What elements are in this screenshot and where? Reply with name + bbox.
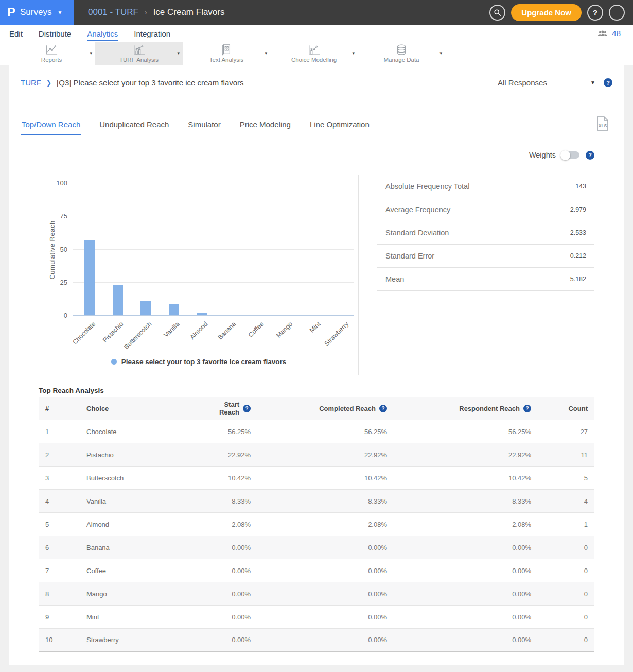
respondent-count-button[interactable]: 48: [597, 29, 621, 38]
value-cell: 0.00%: [208, 567, 257, 575]
reach-tabs: Top/Down ReachUnduplicated ReachSimulato…: [9, 115, 624, 135]
value-cell: 0: [538, 613, 594, 621]
column-header-completed-reach: Completed Reach?: [257, 405, 394, 412]
start-reach-help-icon[interactable]: ?: [243, 405, 251, 412]
gridline: [73, 282, 354, 283]
nav-item-distribute[interactable]: Distribute: [39, 28, 71, 38]
rank-cell: 3: [39, 474, 80, 482]
export-xls-button[interactable]: XLS: [596, 116, 609, 131]
x-axis-label-mint: Mint: [308, 320, 322, 334]
page-area: TURF ❯ [Q3] Please select your top 3 fav…: [0, 65, 633, 672]
x-axis-label-pistachio: Pistachio: [101, 320, 125, 344]
value-cell: 0.00%: [394, 544, 538, 552]
choice-cell: Mango: [80, 590, 208, 598]
toolbar-item-label: TURF Analysis: [119, 57, 159, 63]
question-title: [Q3] Please select your top 3 favorite i…: [57, 78, 244, 87]
choice-cell: Butterscotch: [80, 474, 208, 482]
people-icon: [597, 30, 608, 37]
value-cell: 22.92%: [208, 451, 257, 459]
choice-cell: Vanilla: [80, 497, 208, 505]
respondent-count: 48: [612, 29, 621, 38]
toggle-knob: [560, 150, 570, 160]
line-chart-icon: [45, 45, 58, 56]
value-cell: 0.00%: [208, 636, 257, 644]
x-axis-label-banana: Banana: [217, 320, 237, 341]
y-axis-tick: 75: [47, 212, 67, 220]
value-cell: 0.00%: [257, 544, 394, 552]
tab-top-down-reach[interactable]: Top/Down Reach: [21, 115, 81, 135]
search-button[interactable]: [489, 5, 505, 21]
stat-label: Absolute Frequency Total: [385, 182, 469, 191]
value-cell: 0: [538, 544, 594, 552]
toolbar-item-reports[interactable]: Reports▾: [8, 42, 95, 65]
y-axis-tick: 0: [47, 312, 67, 319]
value-cell: 10.42%: [257, 474, 394, 482]
choice-cell: Coffee: [80, 567, 208, 575]
table-row-banana: 6Banana0.00%0.00%0.00%0: [39, 536, 594, 559]
upgrade-now-button[interactable]: Upgrade Now: [511, 4, 582, 21]
bar-pistachio: [113, 285, 123, 315]
table-row-chocolate: 1Chocolate56.25%56.25%56.25%27: [39, 420, 594, 443]
toolbar-item-label: Text Analysis: [209, 57, 243, 63]
stat-row-average-frequency: Average Frequency2.979: [377, 198, 594, 221]
value-cell: 56.25%: [208, 428, 257, 436]
toolbar-item-label: Reports: [41, 57, 62, 63]
value-cell: 11: [538, 451, 594, 459]
completed-reach-help-icon[interactable]: ?: [379, 405, 387, 412]
rank-cell: 8: [39, 590, 80, 598]
tab-line-optimization[interactable]: Line Optimization: [309, 115, 371, 135]
value-cell: 22.92%: [394, 451, 538, 459]
avatar[interactable]: [609, 5, 625, 21]
analytics-toolbar: Reports▾TURF Analysis▾Text Analysis▾Choi…: [0, 42, 633, 65]
nav-item-integration[interactable]: Integration: [134, 28, 170, 38]
stat-label: Standard Error: [385, 252, 434, 260]
weights-row: Weights ?: [9, 149, 624, 161]
rank-cell: 4: [39, 497, 80, 505]
weights-help-icon[interactable]: ?: [586, 151, 594, 160]
surveys-menu[interactable]: P Surveys ▼: [0, 0, 74, 25]
stat-label: Standard Deviation: [385, 229, 449, 237]
toolbar-item-manage-data[interactable]: Manage Data▾: [358, 42, 445, 65]
x-axis-label-mango: Mango: [275, 320, 294, 339]
toolbar-item-label: Manage Data: [383, 57, 419, 63]
toolbar-item-choice-modelling[interactable]: Choice Modelling▾: [270, 42, 358, 65]
weights-toggle[interactable]: [562, 151, 579, 159]
table-header-row: #ChoiceStart Reach?Completed Reach?Respo…: [39, 397, 594, 420]
value-cell: 8.33%: [394, 497, 538, 505]
rank-cell: 2: [39, 451, 80, 459]
value-cell: 56.25%: [394, 428, 538, 436]
value-cell: 56.25%: [257, 428, 394, 436]
table-row-almond: 5Almond2.08%2.08%2.08%1: [39, 513, 594, 536]
document-grid-icon: [221, 45, 232, 56]
toolbar-item-turf-analysis[interactable]: TURF Analysis▾: [95, 42, 183, 65]
responses-filter-dropdown[interactable]: All Responses ▼: [498, 78, 595, 87]
chevron-right-icon: ›: [145, 8, 147, 16]
breadcrumb-survey-name: Ice Cream Flavors: [153, 7, 225, 18]
stat-value: 2.533: [570, 229, 586, 236]
legend-label: Please select your top 3 favorite ice cr…: [121, 358, 286, 366]
nav-item-edit[interactable]: Edit: [9, 28, 23, 38]
database-icon: [396, 45, 407, 56]
bar-almond: [197, 313, 207, 315]
turf-breadcrumb-link[interactable]: TURF: [21, 78, 41, 87]
choice-cell: Banana: [80, 544, 208, 552]
chart-legend: Please select your top 3 favorite ice cr…: [39, 358, 358, 366]
column-header-choice: Choice: [80, 405, 208, 412]
tab-price-modeling[interactable]: Price Modeling: [239, 115, 292, 135]
tab-unduplicated-reach[interactable]: Unduplicated Reach: [98, 115, 170, 135]
scatter-chart-icon: [308, 45, 320, 56]
x-axis-label-coffee: Coffee: [247, 320, 266, 339]
filter-help-icon[interactable]: ?: [604, 78, 612, 87]
stat-value: 2.979: [570, 206, 586, 213]
x-axis-label-vanilla: Vanilla: [163, 320, 181, 339]
chevron-down-icon: ▾: [265, 50, 267, 56]
stat-row-standard-deviation: Standard Deviation2.533: [377, 221, 594, 245]
nav-item-analytics[interactable]: Analytics: [87, 28, 118, 38]
choice-cell: Mint: [80, 613, 208, 621]
toolbar-item-text-analysis[interactable]: Text Analysis▾: [183, 42, 270, 65]
respondent-reach-help-icon[interactable]: ?: [523, 405, 531, 412]
rank-cell: 5: [39, 521, 80, 528]
help-button[interactable]: ?: [587, 5, 603, 21]
tab-simulator[interactable]: Simulator: [187, 115, 221, 135]
breadcrumb-survey-id[interactable]: 0001 - TURF: [88, 7, 138, 18]
